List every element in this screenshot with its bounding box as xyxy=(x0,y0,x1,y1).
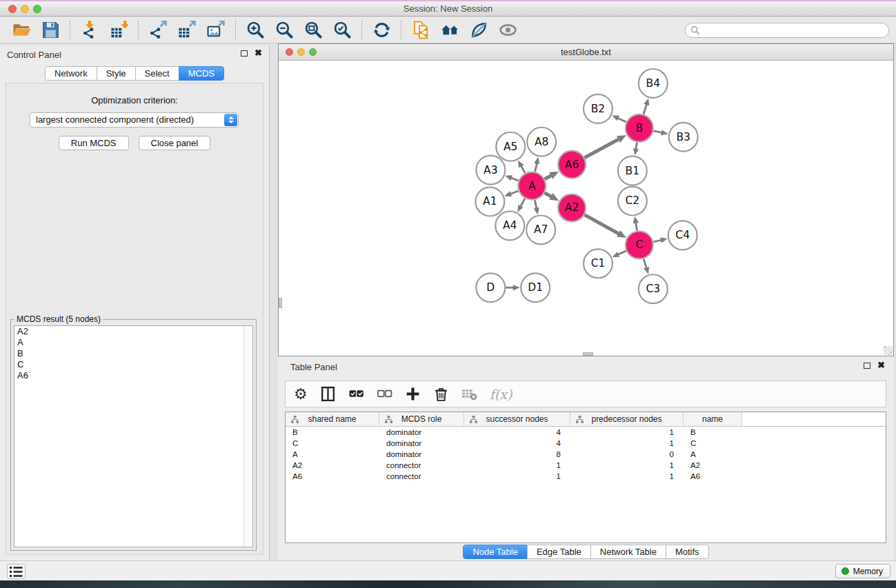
deselect-all-button[interactable] xyxy=(377,384,392,405)
delete-column-button[interactable] xyxy=(433,384,449,405)
column-header-MCDS-role[interactable]: MCDS role xyxy=(379,412,464,426)
graph-node-D1[interactable]: D1 xyxy=(521,273,550,302)
import-table-button[interactable] xyxy=(104,19,133,42)
tab-style[interactable]: Style xyxy=(97,66,136,81)
export-table-button[interactable] xyxy=(172,19,201,42)
graph-edge-B-B2[interactable] xyxy=(612,115,626,122)
tab-mcds[interactable]: MCDS xyxy=(179,66,224,81)
hide-graphics-details-button[interactable] xyxy=(464,19,493,42)
graph-edge-A-A6[interactable] xyxy=(545,172,559,179)
network-graph[interactable]: B4B2BB3A8A5A6A3B1AA1C2A2A4A7C4CC1C3DD1 xyxy=(279,61,893,356)
graph-node-A1[interactable]: A1 xyxy=(475,187,504,216)
graph-edge-D-D1[interactable] xyxy=(506,285,519,290)
float-panel-icon[interactable] xyxy=(241,50,248,57)
graph-edge-A-A4[interactable] xyxy=(517,199,525,212)
save-session-button[interactable] xyxy=(36,19,65,42)
result-scrollbar[interactable] xyxy=(243,326,252,547)
graph-edge-A-A5[interactable] xyxy=(518,160,525,173)
graph-node-D[interactable]: D xyxy=(476,273,505,302)
graph-edge-A-A7[interactable] xyxy=(534,200,539,214)
graph-edge-C-C4[interactable] xyxy=(653,237,667,243)
window-resize-grip[interactable] xyxy=(884,346,893,355)
graph-node-A5[interactable]: A5 xyxy=(496,132,525,161)
table-tab-node-table[interactable]: Node Table xyxy=(463,545,528,559)
clone-network-button[interactable] xyxy=(406,19,435,42)
memory-button[interactable]: Memory xyxy=(835,564,890,578)
split-panel-button[interactable] xyxy=(320,384,336,405)
column-header-predecessor-nodes[interactable]: predecessor nodes xyxy=(570,412,684,426)
network-canvas[interactable]: B4B2BB3A8A5A6A3B1AA1C2A2A4A7C4CC1C3DD1 xyxy=(279,61,893,356)
close-panel-icon[interactable]: ✖ xyxy=(255,50,262,57)
graph-edge-A6-B[interactable] xyxy=(584,135,626,158)
refresh-button[interactable] xyxy=(367,19,396,42)
zoom-selected-button[interactable] xyxy=(328,19,357,42)
network-window-titlebar[interactable]: testGlobe.txt xyxy=(279,44,893,61)
graph-node-A7[interactable]: A7 xyxy=(526,215,555,244)
run-mcds-button[interactable]: Run MCDS xyxy=(59,136,129,150)
zoom-out-button[interactable] xyxy=(270,19,299,42)
canvas-bottom-handle[interactable] xyxy=(583,352,593,356)
graph-node-A6[interactable]: A6 xyxy=(558,151,586,179)
graph-edge-A-A3[interactable] xyxy=(505,175,518,181)
graph-node-B1[interactable]: B1 xyxy=(618,156,647,185)
column-header-shared-name[interactable]: shared name xyxy=(286,412,379,426)
search-input[interactable] xyxy=(700,24,888,37)
add-column-button[interactable] xyxy=(405,384,421,405)
search-box[interactable] xyxy=(685,23,889,38)
graph-node-B3[interactable]: B3 xyxy=(669,123,698,152)
graph-edge-A-A1[interactable] xyxy=(504,191,518,196)
export-network-button[interactable] xyxy=(143,19,172,42)
table-row[interactable]: A6connector11A6 xyxy=(286,471,886,482)
open-file-button[interactable] xyxy=(7,19,36,42)
graph-node-A[interactable]: A xyxy=(518,172,546,200)
graph-edge-B-B4[interactable] xyxy=(644,98,649,114)
result-item[interactable]: A6 xyxy=(14,370,252,381)
table-float-panel-icon[interactable] xyxy=(864,363,870,369)
table-tab-network-table[interactable]: Network Table xyxy=(590,545,666,559)
result-item[interactable]: C xyxy=(14,359,252,370)
criterion-dropdown[interactable]: largest connected component (directed) xyxy=(30,112,239,128)
column-header-successor-nodes[interactable]: successor nodes xyxy=(464,412,570,426)
table-row[interactable]: Adominator80A xyxy=(286,449,886,460)
tab-network[interactable]: Network xyxy=(45,66,97,81)
table-row[interactable]: Cdominator41C xyxy=(286,438,886,449)
function-builder-button[interactable]: f(x) xyxy=(490,384,512,405)
table-settings-button[interactable]: ⚙ xyxy=(294,384,308,405)
table-close-panel-icon[interactable]: ✖ xyxy=(877,362,885,369)
graph-node-C4[interactable]: C4 xyxy=(668,221,697,250)
zoom-in-button[interactable] xyxy=(241,19,270,42)
table-tab-edge-table[interactable]: Edge Table xyxy=(527,545,591,559)
graph-node-C1[interactable]: C1 xyxy=(584,249,613,278)
graph-edge-A-A2[interactable] xyxy=(545,193,559,201)
graph-edge-A-A8[interactable] xyxy=(534,157,539,172)
graph-node-B[interactable]: B xyxy=(626,114,653,142)
graph-node-B2[interactable]: B2 xyxy=(584,94,613,123)
close-panel-button[interactable]: Close panel xyxy=(139,136,211,150)
column-header-name[interactable]: name xyxy=(684,412,742,426)
zoom-fit-button[interactable] xyxy=(299,19,328,42)
result-item[interactable]: A2 xyxy=(14,326,252,337)
graph-edge-C-C1[interactable] xyxy=(612,251,626,257)
graph-node-A2[interactable]: A2 xyxy=(558,194,586,222)
graph-edge-C-C3[interactable] xyxy=(644,258,649,274)
graph-node-C2[interactable]: C2 xyxy=(618,187,647,216)
tab-select[interactable]: Select xyxy=(135,66,179,81)
graph-node-C3[interactable]: C3 xyxy=(639,274,668,303)
select-all-button[interactable] xyxy=(348,384,364,405)
graph-edge-A2-C[interactable] xyxy=(584,215,626,238)
canvas-left-handle[interactable] xyxy=(279,298,282,308)
graph-edge-B-B3[interactable] xyxy=(653,130,668,135)
graph-node-B4[interactable]: B4 xyxy=(639,69,668,98)
graph-node-A3[interactable]: A3 xyxy=(476,156,505,185)
import-network-button[interactable] xyxy=(75,19,104,42)
table-row[interactable]: Bdominator41B xyxy=(286,427,886,438)
export-image-button[interactable] xyxy=(201,19,230,42)
result-item[interactable]: A xyxy=(14,337,252,348)
graph-edge-B-B1[interactable] xyxy=(633,142,639,155)
show-graphics-details-button[interactable] xyxy=(493,19,522,42)
result-item[interactable]: B xyxy=(14,348,252,359)
task-history-button[interactable] xyxy=(7,564,26,579)
graph-edge-C-C2[interactable] xyxy=(633,216,639,231)
graph-node-C[interactable]: C xyxy=(626,231,653,258)
graph-node-A4[interactable]: A4 xyxy=(495,211,524,240)
